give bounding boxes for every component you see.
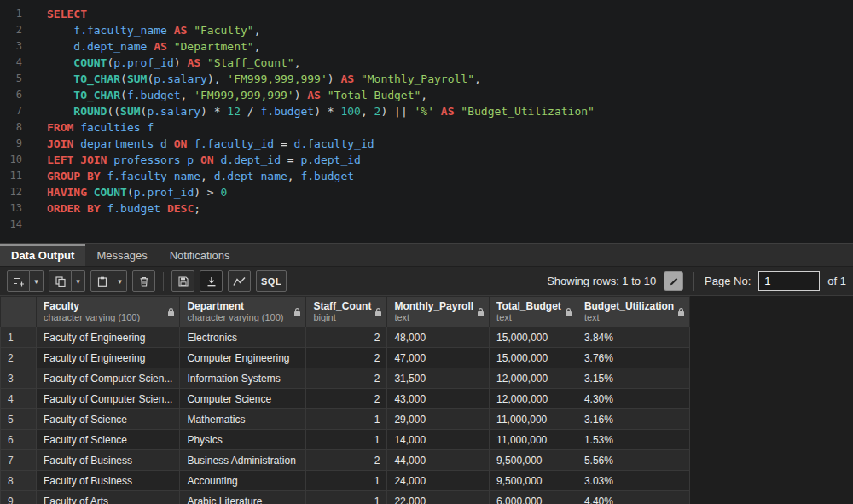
grid-cell[interactable]: 9,500,000 — [490, 450, 577, 471]
grid-cell[interactable]: Mathematics — [180, 409, 306, 430]
column-header-staff_count[interactable]: Staff_Countbigint — [306, 297, 387, 327]
sql-editor[interactable]: 1SELECT2 f.faculty_name AS "Faculty",3 d… — [0, 0, 853, 243]
grid-corner-cell[interactable] — [1, 297, 37, 327]
grid-cell[interactable]: 1.53% — [577, 430, 689, 450]
grid-cell[interactable]: Faculty of Engineering — [37, 327, 180, 348]
row-number[interactable]: 7 — [1, 450, 37, 471]
editor-line[interactable]: 6 TO_CHAR(f.budget, 'FM999,999,999') AS … — [0, 87, 853, 103]
editor-line[interactable]: 7 ROUND((SUM(p.salary) * 12 / f.budget) … — [0, 103, 853, 119]
grid-cell[interactable]: Faculty of Engineering — [37, 348, 180, 368]
column-header-department[interactable]: Departmentcharacter varying (100) — [180, 297, 306, 327]
grid-cell[interactable]: 1 — [306, 430, 387, 450]
grid-cell[interactable]: Faculty of Business — [37, 471, 180, 491]
editor-line[interactable]: 9JOIN departments d ON f.faculty_id = d.… — [0, 136, 853, 152]
editor-line[interactable]: 5 TO_CHAR(SUM(p.salary), 'FM999,999,999'… — [0, 71, 853, 87]
grid-cell[interactable]: 4.40% — [577, 491, 689, 504]
save-data-changes-button[interactable] — [171, 270, 194, 292]
editor-line[interactable]: 3 d.dept_name AS "Department", — [0, 38, 853, 55]
grid-cell[interactable]: 11,000,000 — [490, 409, 577, 430]
graph-visualiser-button[interactable] — [228, 270, 251, 292]
grid-cell[interactable]: Faculty of Science — [37, 430, 180, 450]
grid-cell[interactable]: Information Systems — [180, 368, 306, 389]
grid-cell[interactable]: 12,000,000 — [490, 389, 577, 409]
grid-cell[interactable]: 2 — [306, 327, 387, 348]
grid-cell[interactable]: 12,000,000 — [490, 368, 577, 389]
grid-cell[interactable]: 2 — [306, 389, 387, 409]
grid-cell[interactable]: Faculty of Arts — [37, 491, 180, 504]
grid-cell[interactable]: 48,000 — [387, 327, 490, 348]
copy-dropdown-button[interactable]: ▾ — [72, 270, 85, 292]
grid-cell[interactable]: 1 — [306, 471, 387, 491]
row-number[interactable]: 6 — [1, 430, 37, 450]
save-results-to-file-button[interactable] — [200, 270, 223, 292]
grid-cell[interactable]: Computer Science — [180, 389, 306, 409]
grid-cell[interactable]: 3.76% — [577, 348, 689, 368]
grid-cell[interactable]: 43,000 — [387, 389, 490, 409]
grid-cell[interactable]: 2 — [306, 368, 387, 389]
grid-cell[interactable]: 29,000 — [387, 409, 490, 430]
grid-cell[interactable]: 4.30% — [577, 389, 689, 409]
grid-cell[interactable]: Arabic Literature — [180, 491, 306, 504]
editor-line[interactable]: 8FROM faculties f — [0, 119, 853, 136]
grid-cell[interactable]: 2 — [306, 348, 387, 368]
grid-cell[interactable]: 22,000 — [387, 491, 490, 504]
column-header-total_budget[interactable]: Total_Budgettext — [490, 297, 577, 327]
add-row-dropdown-button[interactable]: ▾ — [30, 270, 44, 292]
editor-line[interactable]: 4 COUNT(p.prof_id) AS "Staff_Count", — [0, 55, 853, 71]
editor-line[interactable]: 2 f.faculty_name AS "Faculty", — [0, 22, 853, 38]
row-number[interactable]: 3 — [1, 368, 37, 389]
grid-cell[interactable]: Faculty of Science — [37, 409, 180, 430]
grid-cell[interactable]: 1 — [306, 409, 387, 430]
editor-line[interactable]: 1SELECT — [0, 6, 853, 22]
row-number[interactable]: 4 — [1, 389, 37, 409]
grid-cell[interactable]: 47,000 — [387, 348, 490, 368]
grid-cell[interactable]: Electronics — [180, 327, 306, 348]
page-number-input[interactable] — [758, 271, 820, 291]
grid-cell[interactable]: 3.16% — [577, 409, 689, 430]
copy-button[interactable] — [49, 270, 72, 292]
tab-notifications[interactable]: Notifications — [159, 244, 241, 266]
editor-line[interactable]: 14 — [0, 217, 853, 233]
grid-cell[interactable]: 14,000 — [387, 430, 490, 450]
add-row-button[interactable] — [7, 270, 30, 292]
grid-cell[interactable]: 15,000,000 — [490, 327, 577, 348]
editor-line[interactable]: 10LEFT JOIN professors p ON d.dept_id = … — [0, 152, 853, 168]
delete-row-button[interactable] — [132, 270, 155, 292]
row-number[interactable]: 9 — [1, 491, 37, 504]
tab-data-output[interactable]: Data Output — [0, 244, 85, 266]
grid-cell[interactable]: 31,500 — [387, 368, 490, 389]
grid-cell[interactable]: Accounting — [180, 471, 306, 491]
row-number[interactable]: 1 — [1, 327, 37, 348]
grid-cell[interactable]: Faculty of Computer Scien... — [37, 389, 180, 409]
grid-cell[interactable]: Faculty of Computer Scien... — [37, 368, 180, 389]
row-number[interactable]: 5 — [1, 409, 37, 430]
grid-cell[interactable]: 44,000 — [387, 450, 490, 471]
grid-cell[interactable]: 1 — [306, 491, 387, 504]
grid-cell[interactable]: 3.15% — [577, 368, 689, 389]
grid-cell[interactable]: Business Administration — [180, 450, 306, 471]
row-number[interactable]: 8 — [1, 471, 37, 491]
grid-cell[interactable]: 5.56% — [577, 450, 689, 471]
tab-messages[interactable]: Messages — [85, 244, 158, 266]
grid-cell[interactable]: 9,500,000 — [490, 471, 577, 491]
paste-dropdown-button[interactable]: ▾ — [113, 270, 127, 292]
grid-cell[interactable]: Faculty of Business — [37, 450, 180, 471]
grid-cell[interactable]: Computer Engineering — [180, 348, 306, 368]
grid-cell[interactable]: 11,000,000 — [490, 430, 577, 450]
editor-line[interactable]: 12HAVING COUNT(p.prof_id) > 0 — [0, 184, 853, 200]
column-header-faculty[interactable]: Facultycharacter varying (100) — [37, 297, 180, 327]
sql-macros-button[interactable]: SQL — [256, 270, 287, 292]
grid-cell[interactable]: 24,000 — [387, 471, 490, 491]
grid-cell[interactable]: Physics — [180, 430, 306, 450]
grid-cell[interactable]: 3.03% — [577, 471, 689, 491]
editor-line[interactable]: 11GROUP BY f.faculty_name, d.dept_name, … — [0, 168, 853, 184]
editor-line[interactable]: 13ORDER BY f.budget DESC; — [0, 200, 853, 217]
paste-button[interactable] — [90, 270, 113, 292]
row-number[interactable]: 2 — [1, 348, 37, 368]
column-header-budget_utilization[interactable]: Budget_Utilizationtext — [577, 297, 689, 327]
grid-cell[interactable]: 3.84% — [577, 327, 689, 348]
grid-cell[interactable]: 15,000,000 — [490, 348, 577, 368]
edit-rows-button[interactable] — [664, 271, 683, 291]
grid-cell[interactable]: 2 — [306, 450, 387, 471]
grid-cell[interactable]: 6,000,000 — [490, 491, 577, 504]
